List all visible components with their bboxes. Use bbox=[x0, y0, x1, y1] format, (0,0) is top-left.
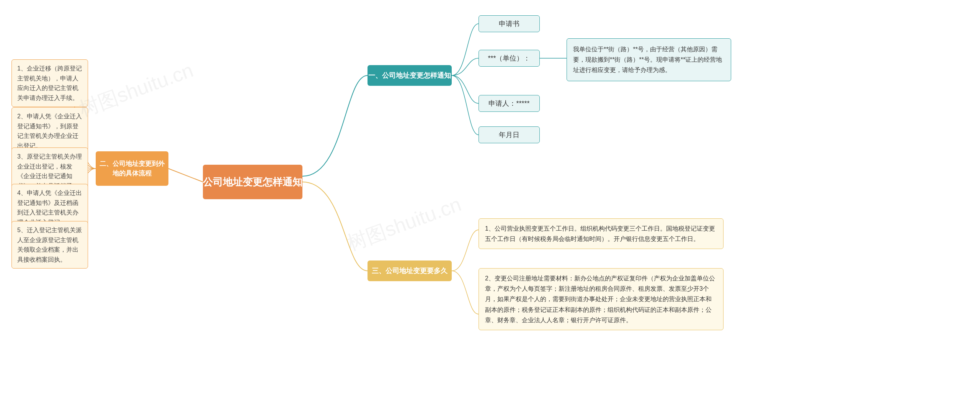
left-leaf-1: 1、企业迁移（跨原登记主管机关地），申请人应向迁入的登记主管机关申请办理迁入手续… bbox=[11, 59, 88, 107]
right-branch-2-label: 三、公司地址变更要多久 bbox=[372, 266, 448, 275]
branch1-leaf-b-text: ***（单位）： bbox=[488, 54, 530, 63]
right-branch-2: 三、公司地址变更要多久 bbox=[368, 260, 452, 281]
branch1-leaf-a-text: 申请书 bbox=[499, 19, 519, 28]
branch2-leaf-b: 2、变更公司注册地址需要材料：新办公地点的产权证复印件（产权为企业加盖单位公章，… bbox=[479, 268, 724, 330]
branch1-leaf-c: 申请人：***** bbox=[479, 95, 540, 112]
branch2-leaf-a: 1、公司营业执照变更五个工作日。组织机构代码变更三个工作日。国地税登记证变更五个… bbox=[479, 218, 724, 249]
left-branch-label: 二、公司地址变更到外地的具体流程 bbox=[96, 159, 168, 179]
branch1-leaf-d: 年月日 bbox=[479, 126, 540, 143]
central-label: 公司地址变更怎样通知 bbox=[203, 175, 302, 189]
branch1-leaf-b: ***（单位）： bbox=[479, 50, 540, 67]
canvas: 树图shuitu.cn 树图shuitu.cn bbox=[0, 0, 980, 403]
branch1-leaf-a: 申请书 bbox=[479, 15, 540, 32]
branch1-content-box: 我单位位于**街（路）**号，由于经营（其他原因）需要，现欲搬到**街（路）**… bbox=[567, 38, 731, 81]
branch2-leaf-a-text: 1、公司营业执照变更五个工作日。组织机构代码变更三个工作日。国地税登记证变更五个… bbox=[485, 225, 715, 242]
left-leaf-1-text: 1、企业迁移（跨原登记主管机关地），申请人应向迁入的登记主管机关申请办理迁入手续… bbox=[17, 65, 82, 101]
branch1-leaf-c-text: 申请人：***** bbox=[488, 99, 529, 108]
right-branch-1: 一、公司地址变更怎样通知 bbox=[368, 65, 452, 86]
left-leaf-2-text: 2、申请人凭《企业迁入登记通知书》，到原登记主管机关办理企业迁出登记。 bbox=[17, 113, 82, 149]
watermark-1: 树图shuitu.cn bbox=[75, 57, 197, 123]
right-branch-1-label: 一、公司地址变更怎样通知 bbox=[368, 71, 451, 80]
central-node: 公司地址变更怎样通知 bbox=[203, 165, 302, 199]
watermark-2: 树图shuitu.cn bbox=[343, 191, 465, 257]
branch2-leaf-b-text: 2、变更公司注册地址需要材料：新办公地点的产权证复印件（产权为企业加盖单位公章，… bbox=[485, 275, 715, 323]
left-leaf-4-text: 4、申请人凭《企业迁出登记通知书》及迁档函到迁入登记主管机关办理企业迁入登记。 bbox=[17, 190, 82, 226]
left-leaf-5-text: 5、迁入登记主管机关派人至企业原登记主管机关领取企业档案，并出具接收档案回执。 bbox=[17, 227, 82, 263]
left-branch-node: 二、公司地址变更到外地的具体流程 bbox=[96, 151, 168, 186]
left-leaf-5: 5、迁入登记主管机关派人至企业原登记主管机关领取企业档案，并出具接收档案回执。 bbox=[11, 221, 88, 269]
svg-line-0 bbox=[168, 169, 203, 182]
branch1-leaf-d-text: 年月日 bbox=[499, 130, 519, 139]
branch1-content-text: 我单位位于**街（路）**号，由于经营（其他原因）需要，现欲搬到**街（路）**… bbox=[573, 46, 722, 73]
